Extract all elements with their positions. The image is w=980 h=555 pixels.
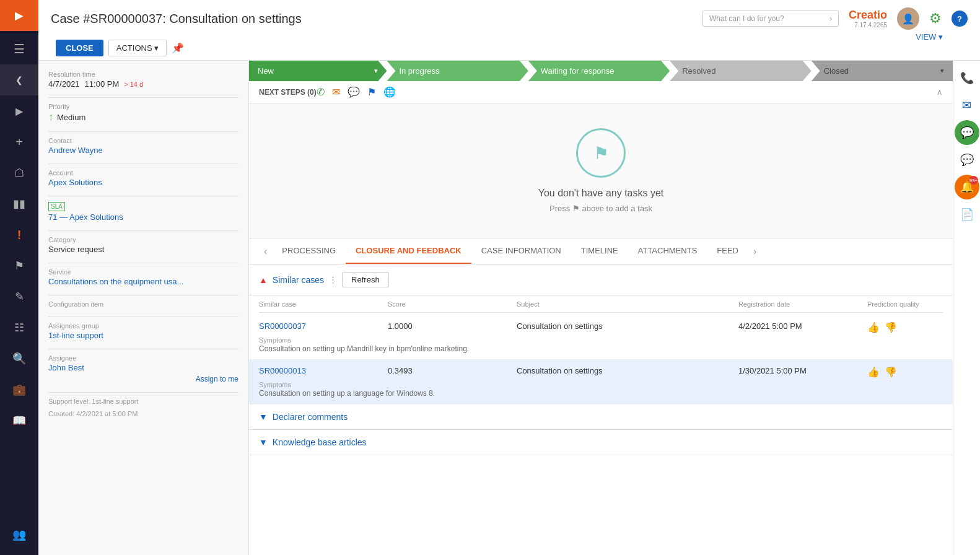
version-text: 7.17.4.2265 (849, 22, 887, 28)
content-area: Resolution time 4/7/2021 11:00 PM > 14 d… (38, 61, 980, 555)
right-doc-icon[interactable]: 📄 (955, 202, 979, 227)
thumbs-up-2-icon[interactable]: 👍 (867, 366, 880, 378)
sidebar-collapse-icon[interactable]: ❮ (0, 64, 38, 95)
tab-case-information[interactable]: CASE INFORMATION (471, 238, 571, 264)
tab-attachments[interactable]: ATTACHMENTS (628, 238, 707, 264)
sidebar-item-alert[interactable]: ! (0, 219, 38, 250)
col-header-score: Score (388, 300, 512, 308)
help-icon[interactable]: ? (952, 11, 968, 27)
sidebar-item-book[interactable]: 📖 (0, 405, 38, 436)
add-chat-icon[interactable]: 💬 (348, 86, 360, 98)
case-row-2-top: SR00000013 0.3493 Consultation on settin… (259, 366, 943, 378)
contact-value[interactable]: Andrew Wayne (48, 146, 238, 155)
sidebar-item-briefcase[interactable]: 💼 (0, 374, 38, 405)
step-closed-dropdown-icon[interactable]: ▾ (940, 67, 944, 75)
next-steps-collapse-icon[interactable]: ∧ (937, 87, 943, 97)
tab-closure-feedback[interactable]: CLOSURE AND FEEDBACK (346, 238, 471, 264)
tabs-bar: ‹ PROCESSING CLOSURE AND FEEDBACK CASE I… (249, 238, 953, 264)
pipeline-step-inprogress[interactable]: In progress (387, 61, 528, 81)
empty-flag-icon: ⚑ (572, 204, 580, 213)
sidebar-item-wrench[interactable]: ✎ (0, 281, 38, 312)
sidebar-item-person[interactable]: ☖ (0, 157, 38, 188)
empty-sub-text: Press (549, 204, 570, 213)
knowledge-base-section: ▼ Knowledge base articles (249, 430, 953, 455)
sla-value[interactable]: 71 — Apex Solutions (48, 212, 238, 222)
assignees-group-field: Assignees group 1st-line support (48, 322, 238, 340)
add-email-icon[interactable]: ✉ (332, 86, 340, 98)
tabs-nav-left[interactable]: ‹ (259, 241, 272, 262)
declarer-comments-toggle-icon[interactable]: ▼ (259, 412, 268, 422)
pipeline-step-waiting[interactable]: Waiting for response (528, 61, 670, 81)
case-id-1[interactable]: SR00000037 (259, 321, 383, 333)
assign-me-link[interactable]: Assign to me (48, 375, 238, 383)
global-search-box[interactable]: What can I do for you? › (702, 11, 839, 27)
tab-feed[interactable]: FEED (707, 238, 748, 264)
account-value[interactable]: Apex Solutions (48, 178, 238, 187)
user-avatar[interactable]: 👤 (897, 7, 919, 30)
case-id-2[interactable]: SR00000013 (259, 366, 383, 378)
thumbs-down-1-icon[interactable]: 👎 (885, 321, 897, 333)
col-header-similar-case: Similar case (259, 300, 383, 308)
resolution-date: 4/7/2021 (48, 79, 80, 89)
resolution-time: 11:00 PM (85, 79, 120, 89)
knowledge-base-toggle-icon[interactable]: ▼ (259, 437, 268, 447)
right-sidebar: 📞 ✉ 💬 💬 🔔 99+ 📄 (953, 61, 980, 555)
service-field: Service Consultations on the equipment u… (48, 268, 238, 286)
service-value[interactable]: Consultations on the equipment usa... (48, 277, 238, 286)
sidebar-item-users[interactable]: 👥 (0, 519, 38, 550)
add-call-icon[interactable]: ✆ (317, 86, 325, 98)
divider-4 (48, 196, 238, 196)
priority-arrow-icon: ↑ (48, 111, 53, 123)
pipeline-step-resolved[interactable]: Resolved (670, 61, 811, 81)
step-closed-label: Closed (824, 66, 849, 76)
contact-label: Contact (48, 137, 238, 144)
tab-timeline[interactable]: TIMELINE (571, 238, 628, 264)
service-label: Service (48, 268, 238, 276)
expand-nav-button[interactable]: ▶ (0, 0, 38, 31)
right-message-icon[interactable]: 💬 (955, 147, 979, 172)
declarer-comments-title[interactable]: Declarer comments (273, 412, 348, 422)
category-field: Category Service request (48, 236, 238, 254)
add-task-icon[interactable]: ⚑ (367, 86, 376, 98)
sidebar-item-play[interactable]: ▶ (0, 95, 38, 126)
actions-button[interactable]: ACTIONS ▾ (108, 40, 167, 56)
similar-cases-toggle-icon[interactable]: ▲ (259, 275, 268, 285)
thumbs-down-2-icon[interactable]: 👎 (885, 366, 897, 378)
gear-icon[interactable]: ⚙ (929, 11, 942, 27)
page-title: Case #SR00000037: Consultation on settin… (51, 12, 302, 26)
right-phone-icon[interactable]: 📞 (955, 66, 979, 90)
sidebar-item-add[interactable]: + (0, 126, 38, 157)
view-label[interactable]: VIEW ▾ (916, 32, 943, 42)
hamburger-menu-icon[interactable]: ☰ (0, 33, 38, 64)
sidebar-item-chart[interactable]: ▮▮ (0, 188, 38, 219)
tabs-nav-right[interactable]: › (748, 241, 761, 262)
assignees-group-value[interactable]: 1st-line support (48, 331, 238, 340)
empty-sub-end: above to add a task (582, 204, 652, 213)
case-symptoms-1: Symptoms Consultation on setting up Mand… (259, 336, 943, 353)
pipeline-step-new[interactable]: New ▾ (249, 61, 387, 81)
right-email-icon[interactable]: ✉ (955, 93, 979, 118)
assignee-value[interactable]: John Best (48, 363, 238, 372)
contact-field: Contact Andrew Wayne (48, 137, 238, 155)
pin-icon[interactable]: 📌 (172, 42, 184, 54)
sidebar-item-list[interactable]: ☷ (0, 312, 38, 343)
tab-processing[interactable]: PROCESSING (272, 238, 346, 264)
thumbs-up-1-icon[interactable]: 👍 (867, 321, 880, 333)
similar-cases-menu-icon[interactable]: ⋮ (329, 275, 337, 284)
right-bell-icon[interactable]: 🔔 99+ (955, 175, 979, 199)
header-top-row: Case #SR00000037: Consultation on settin… (51, 7, 968, 30)
refresh-button[interactable]: Refresh (342, 272, 389, 287)
right-chat-icon[interactable]: 💬 (955, 120, 979, 145)
next-steps-bar: NEXT STEPS (0) ✆ ✉ 💬 ⚑ 🌐 ∧ (249, 81, 953, 103)
similar-cases-title[interactable]: Similar cases (273, 275, 324, 285)
add-other-icon[interactable]: 🌐 (383, 86, 396, 98)
sidebar-item-search[interactable]: 🔍 (0, 343, 38, 374)
pipeline-step-closed[interactable]: Closed ▾ (812, 61, 953, 81)
knowledge-base-title[interactable]: Knowledge base articles (273, 437, 367, 447)
close-button[interactable]: CLOSE (56, 40, 103, 56)
sidebar-item-flag[interactable]: ⚑ (0, 250, 38, 281)
step-new-dropdown-icon[interactable]: ▾ (374, 67, 378, 75)
table-row: SR00000037 1.0000 Consultation on settin… (249, 315, 953, 360)
resolution-time-field: Resolution time 4/7/2021 11:00 PM > 14 d (48, 71, 238, 89)
resolution-overdue: > 14 d (124, 81, 143, 88)
